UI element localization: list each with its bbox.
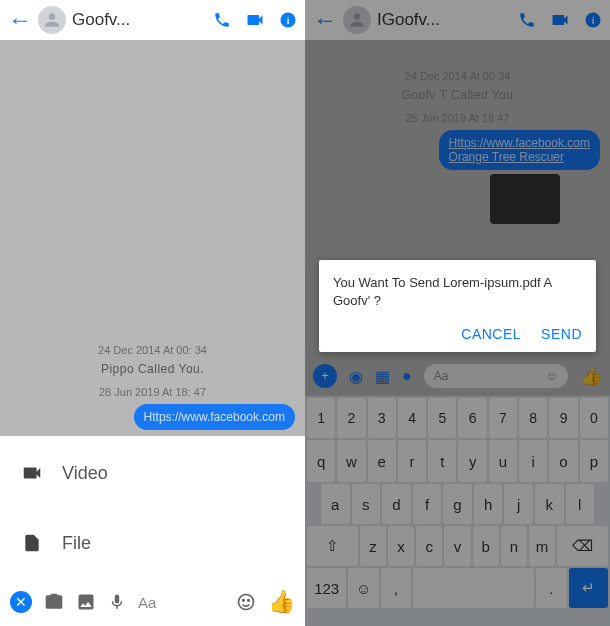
attach-video-option[interactable]: Video	[0, 438, 305, 508]
send-file-dialog: You Want To Send Lorem-ipsum.pdf A Goofv…	[319, 260, 596, 352]
send-button[interactable]: SEND	[541, 326, 582, 342]
person-icon	[42, 10, 62, 30]
chat-header: ← Goofv... i	[0, 0, 305, 40]
svg-point-3	[243, 600, 245, 602]
info-icon[interactable]: i	[279, 10, 297, 30]
file-icon	[20, 532, 44, 554]
mic-icon[interactable]	[108, 592, 126, 612]
attachment-panel: Video File	[0, 438, 305, 578]
gallery-icon[interactable]	[76, 592, 96, 612]
close-attach-icon[interactable]: ✕	[10, 591, 32, 613]
camera-icon[interactable]	[44, 592, 64, 612]
contact-name[interactable]: Goofv...	[72, 10, 213, 30]
composer-bar: ✕ Aa 👍	[0, 578, 305, 626]
right-screenshot: ← IGoofv... i 24 Dec 2014 At 00 34 Goofv…	[305, 0, 610, 626]
back-icon[interactable]: ←	[8, 6, 32, 34]
video-icon	[20, 462, 44, 484]
phone-icon[interactable]	[213, 10, 231, 30]
avatar[interactable]	[38, 6, 66, 34]
emoji-icon[interactable]	[236, 592, 256, 612]
svg-point-4	[248, 600, 250, 602]
timestamp: 24 Dec 2014 At 00: 34	[0, 344, 305, 356]
system-call-message: Pippo Called You.	[0, 362, 305, 376]
text-input-placeholder[interactable]: Aa	[138, 594, 156, 611]
left-screenshot: ← Goofv... i 24 Dec 2014 At 00: 34 Pippo…	[0, 0, 305, 626]
cancel-button[interactable]: CANCEL	[461, 326, 521, 342]
attach-video-label: Video	[62, 463, 108, 484]
timestamp: 28 Jun 2019 At 18: 47	[0, 386, 305, 398]
video-call-icon[interactable]	[245, 10, 265, 30]
svg-text:i: i	[287, 15, 290, 26]
attach-file-label: File	[62, 533, 91, 554]
dialog-message: You Want To Send Lorem-ipsum.pdf A Goofv…	[333, 274, 582, 310]
attach-file-option[interactable]: File	[0, 508, 305, 578]
thumbs-up-icon[interactable]: 👍	[268, 589, 295, 615]
message-bubble-link[interactable]: Https://www.facebook.com	[134, 404, 295, 430]
svg-point-2	[239, 595, 254, 610]
